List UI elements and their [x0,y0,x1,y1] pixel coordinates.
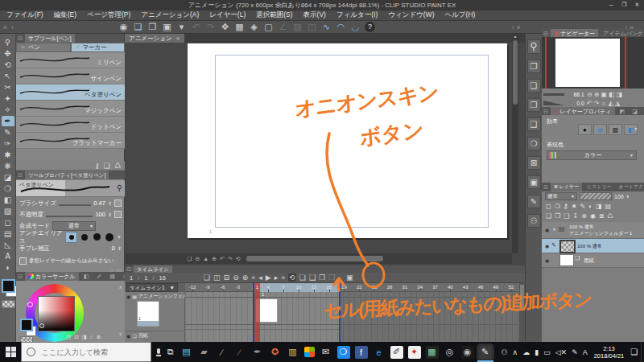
brush-tool-icon[interactable]: ✑ [2,138,14,149]
menu-item[interactable]: レイヤー(L) [209,10,246,20]
lock-subtool-icon[interactable]: ⚷ [94,162,100,170]
navigator-preview[interactable] [542,37,644,88]
help-icon[interactable]: ? [365,22,375,32]
material-folder-manga-icon[interactable]: ❐ [527,98,541,112]
animation-folder-track[interactable]: ◉ ▤ アニメーションフォルダー 1 1 [125,292,185,331]
start-button[interactable] [0,342,21,362]
border-effect-icon[interactable]: ● [578,124,592,135]
chevron-down-icon[interactable]: ▼ [117,235,122,240]
task-view-icon[interactable]: ⧉ [167,347,174,357]
disc-app-icon[interactable]: ◎ [444,346,456,359]
onedrive-icon[interactable]: ☁ [522,348,530,356]
operation-tool-icon[interactable]: ↖ [2,71,14,81]
document-tab[interactable]: アニメーション ✕ [125,34,184,43]
people-icon[interactable]: ⚇ [502,348,508,356]
eye-icon[interactable]: ◉ [126,294,130,299]
cel-option-icon[interactable]: ❒ [328,274,335,282]
move-view-tool-icon[interactable]: ✥ [2,48,14,59]
quick-search-icon[interactable]: ⚲ [527,39,541,54]
expression-color-select[interactable]: カラー ▼ [547,150,637,160]
preview-zoom-icon[interactable]: ⚲ [117,183,122,192]
material-folder-downloaded-icon[interactable]: ⊠ [527,156,541,170]
auto-action-tab[interactable]: オートアクション [617,183,644,191]
eye-icon[interactable]: ◉ [545,227,549,232]
saturation-value-handle[interactable] [39,323,44,328]
playhead[interactable]: 1 [254,283,260,342]
ruler-tool-icon[interactable]: ◺ [2,240,14,250]
material-image-icon[interactable]: ▣ [527,175,541,189]
subtool-item[interactable]: マジックペン [16,101,125,117]
foreground-color-swatch[interactable] [20,319,33,331]
start-frame-value[interactable]: 1 [144,274,147,282]
layer-row-folder[interactable]: ◉ ▼ ▤ 100 % 通常 アニメーションフォルダー 1 [542,222,644,239]
create-mask-icon[interactable]: ◉ [590,212,596,220]
subtool-group-marker[interactable]: ✐マーカー [71,43,126,52]
create-subtool-icon[interactable]: ❏ [104,162,110,170]
pencil-tool-icon[interactable]: ✎ [2,127,14,138]
item-bank-tab[interactable]: アイテムバンク [601,30,644,38]
border-effect-watercolor-icon[interactable]: ◍ [593,124,607,135]
new-animation-cel-icon[interactable]: ❏ [299,274,306,282]
show-desktop-button[interactable] [641,342,644,362]
lock-layer-icon[interactable]: ⚷ [564,203,568,210]
play-icon[interactable]: ▶ [266,274,271,282]
layer-mask-icon[interactable]: ❍ [555,203,560,210]
nav-rotate-right-icon[interactable]: ↷ [594,100,600,107]
anti-aliasing-weak[interactable] [80,232,89,242]
menu-item[interactable]: 表示(V) [303,10,326,20]
deselect-icon[interactable]: ✥ [220,22,230,32]
stepper-icon[interactable]: ⬍ [108,200,112,206]
frame-command-icon[interactable]: ◫ [307,22,317,32]
snap-to-ruler-icon[interactable]: ∿ [321,22,332,32]
snap-to-special-ruler-icon[interactable]: ◠ [336,22,346,32]
specify-cel-icon[interactable]: ❐ [319,274,325,282]
battery-icon[interactable]: ▮ [535,348,539,356]
dark-app-icon[interactable]: ▦ [426,346,439,359]
open-file-icon[interactable]: ❐ [147,22,158,32]
airbrush-tool-icon[interactable]: ✱ [2,150,14,160]
pen-app-icon[interactable]: ∕ [216,346,229,359]
expand-triangle-icon[interactable]: ▼ [552,227,556,232]
material-folder-pen-icon[interactable]: ✎ [527,195,541,208]
opacity-value[interactable]: 100 [95,211,105,218]
menu-item[interactable]: アニメーション(A) [141,10,199,20]
layer-row-cel[interactable]: ◉ ✎ 100 % 通常 [542,239,644,253]
scroll-down-icon[interactable]: ∨ [119,331,122,336]
volume-mute-icon[interactable]: ◁✕ [555,348,567,356]
color-mode-icon-2[interactable]: ⊡ [74,334,78,340]
layer-opacity-value[interactable]: 100 [614,194,624,200]
scrollbar-thumb[interactable] [513,40,518,105]
paint-app-icon[interactable]: ✪ [269,346,282,359]
menu-item[interactable]: フィルター(I) [336,10,378,20]
gradient-tool-icon[interactable]: ▨ [2,206,14,216]
new-vector-layer-icon[interactable]: ❐ [555,212,560,220]
canvas-reset-icon[interactable]: ⟲ [236,256,241,262]
next-frame-icon[interactable]: ▸ [275,274,279,282]
timeline-scrollbar[interactable] [519,283,525,342]
material-folder-color-icon[interactable]: ❐ [527,60,541,73]
brush-size-value[interactable]: 0.47 [93,200,105,207]
microsoft-logo-icon[interactable] [304,347,315,357]
brush-size-dynamics-button[interactable] [114,200,122,207]
canvas-fit-icon[interactable]: ❏ [187,256,192,262]
nav-rotate-slider[interactable] [543,101,564,105]
canvas-rotate-left-icon[interactable]: ↶ [220,256,225,262]
timeline-select[interactable]: タイムライン1 ▼ [126,283,178,292]
blend-tool-icon[interactable]: ❍ [2,183,14,194]
onion-skin-icon[interactable]: ▣ [346,274,353,282]
timeline-grid[interactable]: 1 [185,292,518,342]
stabilization-value[interactable]: 0 [112,245,115,252]
nav-reset-rotate-icon[interactable]: ☼ [601,100,606,107]
range-end-marker[interactable] [339,283,341,342]
ruler-command-icon[interactable]: ∠ [278,22,288,32]
subtool-panel-tab[interactable]: サブツール[ペン] [25,34,75,43]
draft-layer-icon[interactable]: ✎ [580,203,585,210]
opacity-dynamics-button[interactable] [114,211,122,218]
rotate-view-tool-icon[interactable]: ⟲ [2,60,14,70]
pen-tray-icon[interactable]: ✎ [572,348,578,356]
microphone-icon[interactable] [156,348,161,356]
transform-icon[interactable]: ▢ [263,22,274,32]
current-frame-value[interactable]: 1 [130,274,133,282]
eraser-tool-icon[interactable]: ◪ [2,172,14,183]
redo-icon[interactable]: ↷ [205,22,216,32]
